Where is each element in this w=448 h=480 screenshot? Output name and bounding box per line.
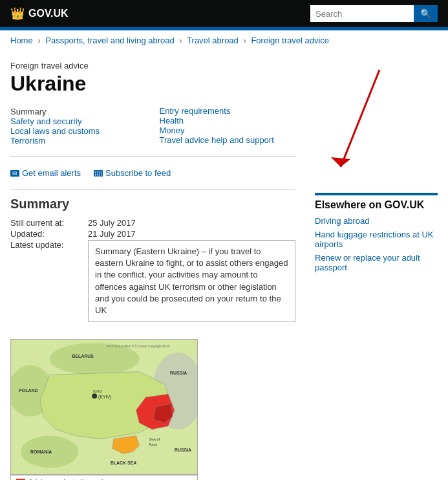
nav-terrorism[interactable]: Terrorism — [10, 136, 147, 146]
updated-row: Updated: 21 July 2017 — [10, 229, 295, 239]
svg-marker-18 — [331, 157, 350, 167]
nav-col-1: Summary Safety and security Local laws a… — [10, 106, 147, 146]
search-input[interactable] — [310, 5, 414, 22]
breadcrumb-sep-3: › — [243, 36, 246, 45]
nav-travel-help[interactable]: Travel advice help and support — [160, 135, 296, 145]
topic-nav: Summary Safety and security Local laws a… — [10, 106, 295, 146]
arrow-annotation — [315, 63, 438, 180]
still-current-label: Still current at: — [10, 218, 81, 228]
latest-update-row: Latest update: Summary (Eastern Ukraine)… — [10, 240, 295, 333]
map-svg: (KYIV) KYIV BELARUS POLAND RUSSIA RUSSIA… — [11, 340, 197, 474]
updated-value: 21 July 2017 — [88, 229, 136, 239]
email-icon: ✉ — [10, 170, 19, 177]
svg-text:POLAND: POLAND — [19, 388, 37, 393]
divider-2 — [10, 190, 295, 190]
alert-links: ✉ Get email alerts )))) Subscribe to fee… — [10, 163, 295, 183]
page-title: Ukraine — [10, 72, 295, 96]
nav-money[interactable]: Money — [160, 125, 296, 135]
main-container: Foreign travel advice Ukraine Summary Sa… — [0, 50, 448, 480]
red-arrow-svg — [315, 63, 392, 180]
subscribe-feed-link[interactable]: )))) Subscribe to feed — [94, 168, 171, 178]
site-header: 👑 GOV.UK 🔍 — [0, 0, 448, 27]
breadcrumb-passports[interactable]: Passports, travel and living abroad — [45, 36, 174, 45]
sidebar-link-luggage[interactable]: Hand luggage restrictions at UK airports — [315, 230, 438, 249]
summary-heading: Summary — [10, 197, 295, 212]
svg-text:RUSSIA: RUSSIA — [175, 448, 191, 452]
sidebar-link-driving[interactable]: Driving abroad — [315, 216, 438, 226]
svg-text:Sea of: Sea of — [149, 438, 160, 442]
ukraine-map: (KYIV) KYIV BELARUS POLAND RUSSIA RUSSIA… — [10, 339, 198, 475]
breadcrumb-foreign-travel[interactable]: Foreign travel advice — [251, 36, 329, 45]
search-button[interactable]: 🔍 — [414, 5, 438, 22]
feed-icon: )))) — [94, 170, 103, 177]
latest-update-text: Summary (Eastern Ukraine) – if you trave… — [95, 246, 288, 315]
still-current-value: 25 July 2017 — [88, 218, 136, 228]
svg-text:RUSSIA: RUSSIA — [170, 371, 187, 376]
nav-entry-requirements[interactable]: Entry requirements — [160, 106, 296, 116]
divider-1 — [10, 156, 295, 157]
summary-info-table: Still current at: 25 July 2017 Updated: … — [10, 218, 295, 333]
email-alerts-link[interactable]: ✉ Get email alerts — [10, 168, 81, 178]
svg-text:KYIV: KYIV — [93, 389, 102, 393]
sidebar-title: Elsewhere on GOV.UK — [315, 193, 438, 211]
svg-text:BELARUS: BELARUS — [72, 354, 94, 358]
svg-point-5 — [92, 393, 97, 398]
breadcrumb-home[interactable]: Home — [10, 36, 33, 45]
logo-text: GOV.UK — [28, 8, 69, 19]
nav-safety[interactable]: Safety and security — [10, 116, 147, 126]
breadcrumb-sep-1: › — [37, 36, 40, 45]
map-legend: Advise against all travel See our travel… — [10, 475, 198, 480]
breadcrumb-travel-abroad[interactable]: Travel abroad — [187, 36, 239, 45]
svg-text:(KYIV): (KYIV) — [98, 395, 111, 400]
updated-label: Updated: — [10, 229, 81, 239]
search-form: 🔍 — [310, 5, 438, 22]
map-container: (KYIV) KYIV BELARUS POLAND RUSSIA RUSSIA… — [10, 339, 198, 480]
svg-text:Azov: Azov — [149, 443, 157, 447]
sidebar: Elsewhere on GOV.UK Driving abroad Hand … — [308, 50, 438, 480]
breadcrumb: Home › Passports, travel and living abro… — [0, 30, 448, 50]
nav-col-2: Entry requirements Health Money Travel a… — [160, 106, 296, 146]
svg-text:FCO GIS Edition 5 © Crown Copy: FCO GIS Edition 5 © Crown Copyright 2016 — [107, 344, 170, 348]
svg-line-17 — [341, 70, 379, 167]
crown-icon: 👑 — [10, 6, 25, 21]
sidebar-link-passport[interactable]: Renew or replace your adult passport — [315, 253, 438, 272]
latest-update-label: Latest update: — [10, 240, 81, 333]
nav-summary-label: Summary — [10, 107, 47, 116]
breadcrumb-sep-2: › — [179, 36, 182, 45]
sidebar-elsewhere: Elsewhere on GOV.UK Driving abroad Hand … — [315, 193, 438, 272]
content-area: Foreign travel advice Ukraine Summary Sa… — [10, 50, 308, 480]
page-label: Foreign travel advice — [10, 61, 295, 71]
latest-update-box: Summary (Eastern Ukraine) – if you trave… — [88, 240, 295, 322]
nav-health[interactable]: Health — [160, 116, 296, 125]
svg-text:ROMANIA: ROMANIA — [30, 450, 52, 454]
nav-local-laws[interactable]: Local laws and customs — [10, 126, 147, 136]
still-current-row: Still current at: 25 July 2017 — [10, 218, 295, 228]
gov-uk-logo: 👑 GOV.UK — [10, 6, 69, 21]
svg-text:BLACK SEA: BLACK SEA — [111, 461, 136, 465]
